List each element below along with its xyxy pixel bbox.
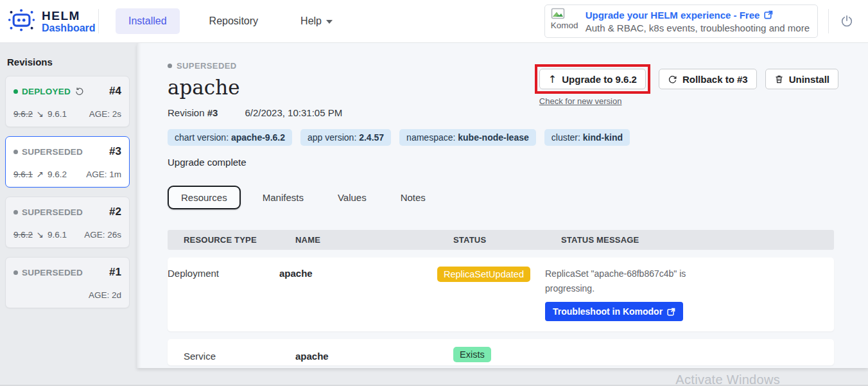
banner-subtitle: Auth & RBAC, k8s events, troubleshooting…: [586, 22, 810, 33]
revision-card-1[interactable]: SUPERSEDED #1 AGE: 2d: [5, 257, 130, 308]
revision-card-4[interactable]: DEPLOYED #4 9.6.2 ↘ 9.6.1 AGE: 2s: [5, 76, 130, 127]
komodor-upgrade-banner[interactable]: Komod Upgrade your HELM experience - Fre…: [544, 4, 818, 38]
chevron-down-icon: [326, 20, 333, 24]
revision-number: #2: [109, 206, 121, 218]
revisions-sidebar: Revisions DEPLOYED #4 9.6.2 ↘ 9.6.1 AGE:…: [0, 43, 137, 386]
revision-number: #3: [207, 107, 218, 118]
version-change: 9.6.1 ↗ 9.6.2: [13, 169, 67, 179]
tab-manifests[interactable]: Manifests: [250, 187, 316, 208]
status-message: progressing.: [545, 281, 834, 296]
col-name: NAME: [295, 235, 453, 245]
revision-card-2[interactable]: SUPERSEDED #2 9.6.2 ↘ 9.6.1 AGE: 26s: [5, 197, 130, 248]
revision-age: AGE: 1m: [86, 170, 121, 179]
rollback-button[interactable]: Rollback to #3: [659, 69, 757, 89]
col-status: STATUS: [453, 235, 561, 245]
main-nav: Installed Repository Help: [116, 8, 345, 34]
revision-status: SUPERSEDED: [22, 268, 83, 277]
menu-help[interactable]: Help: [288, 8, 345, 34]
helm-logo[interactable]: HELM Dashboard: [0, 7, 98, 35]
downgrade-arrow-icon: ↘: [37, 229, 44, 240]
rollback-icon: [668, 75, 677, 84]
release-status-text: Upgrade complete: [168, 157, 868, 168]
cluster-chip: cluster: kind-kind: [544, 129, 630, 146]
namespace-chip: namespace: kube-node-lease: [399, 129, 536, 146]
revision-status: SUPERSEDED: [22, 147, 83, 157]
external-link-icon: [667, 308, 675, 316]
revision-age: AGE: 2d: [89, 290, 121, 300]
broken-image-icon: [551, 8, 565, 21]
troubleshoot-komodor-button[interactable]: Troubleshoot in Komodor: [545, 302, 683, 321]
status-badge: ReplicaSetUpdated: [437, 267, 530, 282]
divider: [828, 9, 829, 33]
tab-repository[interactable]: Repository: [196, 8, 271, 34]
revision-status: SUPERSEDED: [22, 207, 83, 217]
check-new-version-link[interactable]: Check for new version: [539, 96, 650, 106]
col-resource-type: RESOURCE TYPE: [184, 235, 295, 245]
status-dot: [168, 64, 172, 68]
logo-subtitle: Dashboard: [42, 22, 96, 33]
upgrade-arrow-icon: ↗: [37, 169, 44, 179]
revision-age: AGE: 2s: [89, 109, 121, 119]
tab-installed[interactable]: Installed: [116, 8, 180, 34]
version-change: 9.6.2 ↘ 9.6.1: [13, 229, 67, 240]
arrow-up-icon: ↑: [548, 73, 557, 85]
status-message: ReplicaSet "apache-68fb867c4b" is: [545, 267, 834, 281]
status-dot: [13, 270, 18, 275]
sidebar-title: Revisions: [0, 43, 137, 76]
table-header: RESOURCE TYPE NAME STATUS STATUS MESSAGE: [168, 230, 834, 250]
divider: [98, 9, 99, 33]
revision-card-3[interactable]: SUPERSEDED #3 9.6.1 ↗ 9.6.2 AGE: 1m: [5, 136, 130, 188]
komodor-broken-image: Komod: [551, 8, 579, 35]
resource-name: apache: [279, 267, 437, 279]
table-row: Service apache Exists: [168, 339, 834, 365]
banner-title: Upgrade your HELM experience - Free: [586, 10, 760, 21]
tab-resources[interactable]: Resources: [168, 186, 241, 209]
revision-age: AGE: 26s: [84, 230, 121, 240]
resource-type: Service: [184, 344, 295, 362]
resource-type: Deployment: [168, 267, 279, 279]
table-row: Deployment apache ReplicaSetUpdated Repl…: [168, 258, 834, 331]
topbar: HELM Dashboard Installed Repository Help…: [0, 0, 868, 43]
upgrade-button[interactable]: ↑ Upgrade to 9.6.2: [539, 69, 646, 89]
trash-icon: [774, 74, 784, 84]
status-dot: [13, 150, 18, 154]
power-icon: [840, 14, 854, 28]
action-buttons: ↑ Upgrade to 9.6.2 Check for new version…: [539, 69, 838, 106]
uninstall-button[interactable]: Uninstall: [765, 69, 838, 89]
power-button[interactable]: [840, 14, 854, 28]
downgrade-arrow-icon: ↘: [37, 109, 44, 119]
logo-title: HELM: [42, 10, 96, 22]
chart-version-chip: chart version: apache-9.6.2: [168, 129, 292, 146]
col-status-message: STATUS MESSAGE: [561, 235, 834, 245]
revision-number: #1: [109, 266, 121, 279]
detail-tabs: Resources Manifests Values Notes: [168, 186, 868, 209]
image-alt-text: Komod: [551, 21, 578, 30]
annotation-highlight-box: ↑ Upgrade to 9.6.2: [535, 64, 650, 94]
revision-number: #4: [109, 85, 121, 98]
external-link-icon: [764, 10, 773, 19]
revision-date: 6/2/2023, 10:31:05 PM: [245, 107, 342, 118]
refresh-icon: [74, 87, 84, 96]
revision-info-row: Revision #3 6/2/2023, 10:31:05 PM: [168, 107, 868, 118]
status-dot: [13, 89, 18, 94]
status-badge: Exists: [453, 347, 491, 362]
status-dot: [13, 210, 18, 215]
app-version-chip: app version: 2.4.57: [300, 129, 391, 146]
version-change: 9.6.2 ↘ 9.6.1: [13, 109, 67, 119]
helm-robot-icon: [8, 7, 36, 35]
metadata-chips: chart version: apache-9.6.2 app version:…: [168, 129, 868, 146]
release-detail-panel: SUPERSEDED apache Revision #3 6/2/2023, …: [137, 43, 868, 368]
revision-status: DEPLOYED: [22, 87, 71, 96]
tab-notes[interactable]: Notes: [388, 187, 438, 208]
resources-table: RESOURCE TYPE NAME STATUS STATUS MESSAGE…: [168, 230, 834, 365]
activate-windows-watermark: Activate Windows: [675, 373, 780, 386]
revision-number: #3: [109, 145, 121, 158]
tab-values[interactable]: Values: [326, 187, 379, 208]
resource-name: apache: [295, 344, 453, 362]
